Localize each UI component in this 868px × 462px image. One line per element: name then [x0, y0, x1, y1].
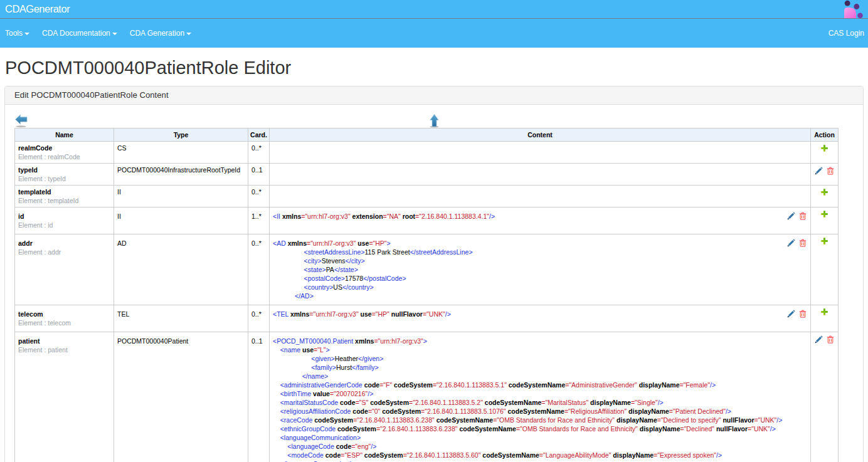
edit-button[interactable] [787, 239, 795, 247]
nav-item-cda-generation: CDA Generation [124, 19, 198, 48]
action-cell [811, 207, 839, 234]
xml-content: <AD xmlns="urn:hl7-org:v3" use="HP"> <st… [273, 239, 807, 300]
pencil-icon [787, 239, 795, 247]
edit-button[interactable] [815, 335, 823, 344]
card-cell: 0..* [248, 141, 270, 163]
add-button[interactable] [821, 308, 828, 315]
card-cell: 0..* [248, 305, 270, 332]
plus-icon [821, 145, 828, 152]
cda-documentation-menu-label: CDA Documentation [42, 29, 110, 38]
name-cell: typeIdElement : typeId [15, 163, 114, 185]
brand-link[interactable]: CDAGenerator [0, 0, 75, 15]
table-row: templateIdElement : templateId II 0..* [15, 185, 839, 207]
content-cell: <TEL xmlns="urn:hl7-org:v3" use="HP" nul… [270, 305, 811, 332]
element-subtitle: Element : patient [18, 346, 68, 354]
back-arrow-icon [15, 114, 28, 128]
element-name: patient [18, 337, 40, 345]
card-cell: 0..* [248, 185, 270, 207]
column-header-content: Content [270, 128, 811, 141]
entry-actions [787, 212, 807, 222]
card-cell: 0..1 [248, 163, 270, 185]
menu-navbar: Tools CDA Documentation CDA Generation C… [0, 19, 868, 48]
element-name: typeId [18, 166, 38, 174]
nav-item-cda-documentation: CDA Documentation [36, 19, 124, 48]
delete-button[interactable] [799, 212, 807, 220]
xml-content: <II xmlns="urn:hl7-org:v3" extension="NA… [273, 212, 807, 229]
nav-right: CAS Login [822, 19, 868, 48]
content-cell: <POCD_MT000040.Patient xmlns="urn:hl7-or… [270, 332, 811, 462]
action-cell [811, 332, 839, 462]
delete-button[interactable] [827, 335, 834, 344]
column-header-card: Card. [248, 128, 270, 141]
element-subtitle: Element : typeId [18, 175, 66, 182]
pencil-icon [787, 212, 795, 220]
column-header-type: Type [114, 128, 248, 141]
content-cell: <II xmlns="urn:hl7-org:v3" extension="NA… [270, 207, 811, 234]
panel-heading: Edit POCDMT000040PatientRole Content [5, 87, 863, 105]
top-navbar: CDAGenerator [0, 0, 868, 19]
pencil-icon [787, 310, 795, 318]
editor-panel: Edit POCDMT000040PatientRole Content [4, 86, 864, 462]
type-cell: AD [114, 234, 248, 305]
name-cell: patientElement : patient [15, 332, 114, 462]
table-row: telecomElement : telecom TEL 0..* <TEL x… [15, 305, 839, 332]
element-subtitle: Element : addr [18, 248, 61, 256]
type-cell: CS [114, 141, 248, 163]
plus-icon [821, 189, 828, 196]
page-title: POCDMT000040PatientRole Editor [5, 58, 864, 78]
back-button[interactable] [15, 114, 28, 128]
add-button[interactable] [821, 189, 828, 196]
pencil-icon [815, 335, 823, 344]
caret-down-icon [24, 33, 29, 35]
trash-icon [799, 310, 807, 318]
action-cell [811, 141, 839, 163]
trash-icon [799, 212, 807, 220]
element-subtitle: Element : realmCode [18, 153, 80, 160]
pencil-icon [815, 167, 823, 175]
delete-button[interactable] [799, 239, 807, 247]
go-to-top-button[interactable] [430, 114, 439, 128]
content-cell [270, 163, 811, 185]
up-arrow-icon [430, 114, 439, 128]
name-cell: telecomElement : telecom [15, 305, 114, 332]
edit-button[interactable] [787, 310, 795, 318]
nav-item-tools: Tools [0, 19, 36, 48]
tools-menu[interactable]: Tools [0, 19, 36, 48]
element-name: id [18, 213, 24, 220]
trash-icon [799, 239, 807, 247]
edit-button[interactable] [787, 212, 795, 220]
add-button[interactable] [821, 211, 828, 218]
cda-documentation-menu[interactable]: CDA Documentation [36, 19, 124, 48]
name-cell: idElement : id [15, 207, 114, 234]
table-header-row: Name Type Card. Content Action [15, 128, 839, 141]
name-cell: realmCodeElement : realmCode [15, 141, 114, 163]
content-cell: <AD xmlns="urn:hl7-org:v3" use="HP"> <st… [270, 234, 811, 305]
plus-icon [821, 238, 828, 244]
plus-icon [821, 211, 828, 218]
element-name: telecom [18, 310, 43, 318]
delete-button[interactable] [827, 167, 834, 175]
element-name: realmCode [18, 144, 52, 152]
plus-icon [821, 308, 828, 315]
table-row: addrElement : addr AD 0..* <AD xmlns="ur… [15, 234, 839, 305]
tools-menu-label: Tools [5, 29, 23, 38]
cas-login-link[interactable]: CAS Login [822, 19, 868, 48]
edit-button[interactable] [815, 167, 823, 175]
main-content: POCDMT000040PatientRole Editor Edit POCD… [0, 58, 868, 462]
type-cell: POCDMT000040InfrastructureRootTypeId [114, 163, 248, 185]
type-cell: POCDMT000040Patient [114, 332, 248, 462]
add-button[interactable] [821, 145, 828, 152]
element-name: templateId [18, 188, 51, 196]
add-button[interactable] [821, 238, 828, 244]
table-row: idElement : id II 1..* <II xmlns="urn:hl… [15, 207, 839, 234]
type-cell: II [114, 185, 248, 207]
action-cell [811, 234, 839, 305]
delete-button[interactable] [799, 310, 807, 318]
content-cell [270, 185, 811, 207]
action-cell [811, 163, 839, 185]
nav-menu-list: Tools CDA Documentation CDA Generation [0, 19, 198, 48]
xml-content: <TEL xmlns="urn:hl7-org:v3" use="HP" nul… [273, 310, 807, 327]
cda-generation-menu[interactable]: CDA Generation [124, 19, 198, 48]
table-row: realmCodeElement : realmCode CS 0..* [15, 141, 839, 163]
element-subtitle: Element : telecom [18, 319, 71, 327]
